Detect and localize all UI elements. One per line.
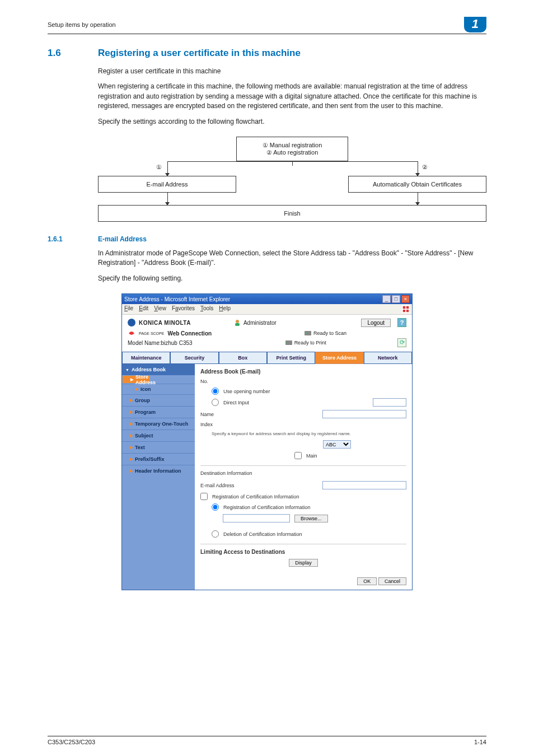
section-title: Registering a user certificate in this m… xyxy=(98,48,301,59)
maximize-button[interactable]: □ xyxy=(392,295,400,303)
admin-label: Administrator xyxy=(243,320,277,326)
menu-file[interactable]: File xyxy=(124,305,133,313)
svg-point-5 xyxy=(306,333,307,334)
browse-button[interactable]: Browse... xyxy=(294,515,328,522)
svg-rect-4 xyxy=(305,331,311,335)
sidebar-item-program[interactable]: ▶Program xyxy=(122,406,195,418)
triangle-right-icon: ▶ xyxy=(130,410,133,414)
intro-paragraph-1: Register a user certificate in this mach… xyxy=(98,67,486,76)
tab-network[interactable]: Network xyxy=(364,352,412,364)
menu-edit[interactable]: Edit xyxy=(139,305,148,313)
runhead-title: Setup items by operation xyxy=(48,21,116,28)
index-note: Specify a keyword for address search and… xyxy=(200,431,406,436)
status-scan: Ready to Scan xyxy=(313,330,346,336)
sidebar-item-store-address[interactable]: ▶Store Address xyxy=(122,375,150,384)
menu-help[interactable]: Help xyxy=(219,305,231,313)
sidebar-item-icon[interactable]: ▶Icon xyxy=(122,384,195,394)
main-label: Main xyxy=(306,453,317,459)
browser-menubar: File Edit View Favorites Tools Help xyxy=(122,304,412,315)
reload-button[interactable]: ⟳ xyxy=(397,338,406,347)
sidebar-head-label: Address Book xyxy=(132,367,166,372)
minimize-button[interactable]: _ xyxy=(382,295,391,303)
triangle-right-icon: ▶ xyxy=(130,398,133,403)
menu-tools[interactable]: Tools xyxy=(200,305,213,313)
direct-input-field[interactable] xyxy=(373,398,406,407)
svg-point-7 xyxy=(287,342,288,343)
radio-register-cert[interactable] xyxy=(212,503,219,511)
intro-paragraph-2: When registering a certificate in this m… xyxy=(98,82,486,111)
admin-indicator: Administrator xyxy=(233,319,277,326)
close-button[interactable]: × xyxy=(401,295,410,303)
flow-right-box: Automatically Obtain Certificates xyxy=(348,176,486,193)
triangle-right-icon: ▶ xyxy=(130,469,133,473)
triangle-right-icon: ▶ xyxy=(130,457,133,461)
sidebar-item-text[interactable]: ▶Text xyxy=(122,441,195,453)
sidebar-item-temporary-one-touch[interactable]: ▶Temporary One-Touch xyxy=(122,418,195,430)
menu-favorites[interactable]: Favorites xyxy=(172,305,195,313)
triangle-right-icon: ▶ xyxy=(135,387,138,391)
tab-store-address[interactable]: Store Address xyxy=(315,352,363,364)
sidebar-item-label: Text xyxy=(135,445,145,450)
sidebar-head-address-book[interactable]: ▼Address Book xyxy=(122,364,195,375)
radio-register-cert-label: Registration of Certification Informatio… xyxy=(223,505,311,510)
radio-delete-cert[interactable] xyxy=(212,530,219,538)
flow-finish-box: Finish xyxy=(98,205,486,222)
section-number: 1.6 xyxy=(48,48,76,59)
tab-maintenance[interactable]: Maintenance xyxy=(122,352,170,364)
email-label: E-mail Address xyxy=(200,483,251,488)
tab-security[interactable]: Security xyxy=(170,352,218,364)
flow-option-1: ① Manual registration xyxy=(240,142,344,149)
sidebar-item-label: Store Address xyxy=(135,374,156,385)
reg-cert-checkbox[interactable] xyxy=(200,493,208,500)
index-select[interactable]: ABC xyxy=(323,440,351,449)
subsection-heading: 1.6.1 E-mail Address xyxy=(48,235,486,243)
opt-direct-input: Direct Input xyxy=(223,400,249,405)
help-button[interactable]: ? xyxy=(397,318,406,327)
tab-box[interactable]: Box xyxy=(219,352,267,364)
sidebar-item-header-information[interactable]: ▶Header Information xyxy=(122,465,195,477)
display-button[interactable]: Display xyxy=(289,559,318,567)
triangle-right-icon: ▶ xyxy=(130,422,133,426)
svg-rect-6 xyxy=(285,340,292,345)
running-header: Setup items by operation 1 xyxy=(48,17,486,34)
svg-point-1 xyxy=(236,320,239,323)
konica-logo-icon xyxy=(128,319,135,326)
chapter-badge: 1 xyxy=(464,17,486,32)
cert-file-input[interactable] xyxy=(223,514,290,522)
sidebar-item-subject[interactable]: ▶Subject xyxy=(122,430,195,441)
sidebar-item-prefix-suffix[interactable]: ▶Prefix/Suffix xyxy=(122,453,195,465)
browser-window: Store Address - Microsoft Internet Explo… xyxy=(121,293,413,590)
triangle-right-icon: ▶ xyxy=(130,433,133,438)
logout-button[interactable]: Logout xyxy=(361,319,391,327)
intro-paragraph-3: Specify the settings according to the fo… xyxy=(98,117,486,127)
sidebar-item-label: Prefix/Suffix xyxy=(135,456,165,462)
sidebar: ▼Address Book ▶Store Address ▶Icon ▶Grou… xyxy=(122,364,195,590)
page-footer: C353/C253/C203 1-14 xyxy=(48,736,486,745)
triangle-right-icon: ▶ xyxy=(130,445,133,450)
email-input[interactable] xyxy=(322,481,406,489)
administrator-icon xyxy=(233,319,241,326)
limiting-heading: Limiting Access to Destinations xyxy=(200,549,406,555)
pagescope-logo-icon xyxy=(128,329,135,337)
sidebar-item-label: Subject xyxy=(135,433,153,438)
tab-print-setting[interactable]: Print Setting xyxy=(267,352,315,364)
radio-direct-input[interactable] xyxy=(212,399,219,406)
menu-view[interactable]: View xyxy=(154,305,166,313)
radio-use-opening-number[interactable] xyxy=(212,388,219,395)
destination-info-label: Destination Information xyxy=(200,470,406,476)
name-label: Name xyxy=(200,412,251,417)
form-heading: Address Book (E-mail) xyxy=(200,368,406,375)
status-print: Ready to Print xyxy=(294,340,326,346)
main-checkbox[interactable] xyxy=(294,452,302,459)
footer-page: 1-14 xyxy=(474,739,486,745)
sidebar-item-label: Group xyxy=(135,398,150,403)
tab-bar: Maintenance Security Box Print Setting S… xyxy=(122,352,412,364)
flow-mark-1: ① xyxy=(156,164,162,171)
subsection-para-2: Specify the following setting. xyxy=(98,274,486,283)
name-input[interactable] xyxy=(322,410,406,418)
printer-status-icon xyxy=(285,339,292,346)
section-heading: 1.6 Registering a user certificate in th… xyxy=(48,48,486,59)
ok-button[interactable]: OK xyxy=(357,577,377,585)
sidebar-item-group[interactable]: ▶Group xyxy=(122,394,195,406)
cancel-button[interactable]: Cancel xyxy=(378,577,406,585)
